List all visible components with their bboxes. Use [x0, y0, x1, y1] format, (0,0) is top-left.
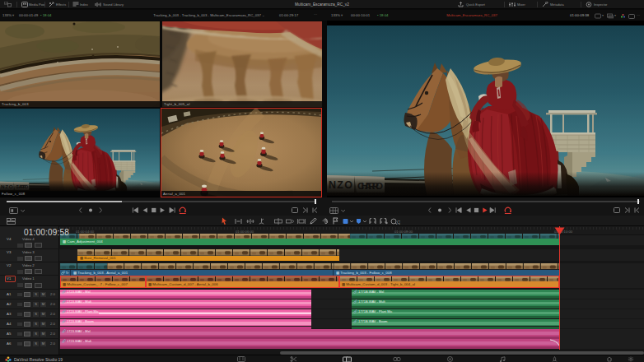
svg-text:Q: Q — [397, 220, 400, 225]
